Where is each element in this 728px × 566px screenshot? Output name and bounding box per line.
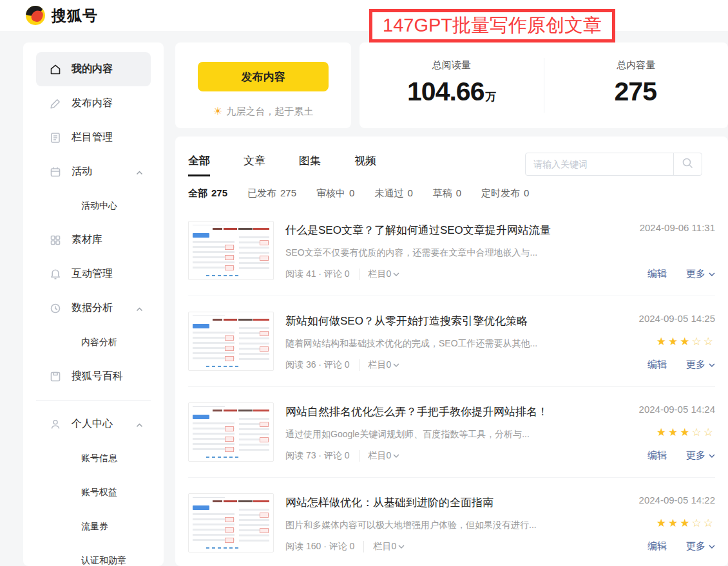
tab-all[interactable]: 全部 bbox=[188, 153, 210, 176]
quality-rating: ★★★☆☆ bbox=[656, 335, 715, 348]
article-list: 什么是SEO文章？了解如何通过SEO文章提升网站流量 SEO文章不仅要有优质的内… bbox=[188, 205, 715, 566]
tab-videos[interactable]: 视频 bbox=[354, 153, 376, 176]
sidebar-item-label: 栏目管理 bbox=[72, 131, 113, 144]
sidebar-item-content-analysis[interactable]: 内容分析 bbox=[23, 325, 164, 359]
home-icon bbox=[49, 63, 62, 76]
bell-icon bbox=[49, 268, 62, 281]
sidebar-item-my-content[interactable]: 我的内容 bbox=[36, 52, 151, 86]
edit-button[interactable]: 编辑 bbox=[647, 268, 667, 280]
edit-button[interactable]: 编辑 bbox=[647, 359, 667, 371]
article-actions: 编辑 更多 bbox=[647, 359, 715, 371]
more-button[interactable]: 更多 bbox=[686, 268, 715, 280]
more-button[interactable]: 更多 bbox=[686, 359, 715, 371]
sidebar-item-columns[interactable]: 栏目管理 bbox=[36, 120, 151, 155]
article-actions: 编辑 更多 bbox=[647, 540, 715, 552]
chevron-down-icon bbox=[393, 272, 399, 276]
tab-galleries[interactable]: 图集 bbox=[299, 153, 321, 176]
chevron-down-icon bbox=[398, 545, 405, 549]
column-label: 栏目0 bbox=[373, 541, 396, 552]
sidebar-item-personal-center[interactable]: 个人中心 bbox=[36, 407, 151, 441]
sidebar-divider bbox=[36, 400, 151, 401]
sidebar-item-label: 素材库 bbox=[72, 233, 102, 247]
motto-line: ☀九层之台，起于累土 bbox=[175, 105, 351, 118]
person-icon bbox=[49, 418, 62, 431]
sidebar-item-account-rights[interactable]: 账号权益 bbox=[23, 475, 164, 509]
more-button[interactable]: 更多 bbox=[686, 449, 715, 462]
article-description: 图片和多媒体内容可以极大地增强用户体验，但如果没有进行... bbox=[285, 520, 575, 531]
search-button[interactable] bbox=[673, 153, 702, 175]
status-filters: 全部275 已发布275 审核中0 未通过0 草稿0 定时发布0 bbox=[188, 187, 715, 200]
column-selector[interactable]: 栏目0 bbox=[359, 269, 400, 280]
column-label: 栏目0 bbox=[369, 450, 392, 462]
sidebar-item-interaction[interactable]: 互动管理 bbox=[36, 257, 151, 291]
stat-total-reads: 总阅读量 104.66万 bbox=[359, 42, 544, 128]
chevron-down-icon bbox=[709, 545, 715, 549]
article-meta: 阅读 73 · 评论 0 栏目0 bbox=[285, 450, 575, 462]
article-actions: 编辑 更多 bbox=[647, 268, 715, 280]
article-meta: 阅读 41 · 评论 0 栏目0 bbox=[285, 269, 575, 280]
sidebar-item-material-library[interactable]: 素材库 bbox=[36, 223, 151, 257]
sun-icon: ☀ bbox=[213, 106, 222, 117]
sohu-logo[interactable]: 搜狐号 bbox=[26, 6, 98, 26]
article-meta: 阅读 160 · 评论 0 栏目0 bbox=[285, 541, 575, 552]
article-title[interactable]: 网站自然排名优化怎么弄？手把手教你提升网站排名！ bbox=[285, 404, 575, 419]
article-info: 网站自然排名优化怎么弄？手把手教你提升网站排名！ 通过使用如Google关键词规… bbox=[285, 402, 575, 462]
publish-date: 2024-09-05 14:25 bbox=[639, 313, 715, 324]
read-comment-stats: 阅读 73 · 评论 0 bbox=[285, 450, 350, 462]
grid-icon bbox=[49, 234, 62, 247]
column-selector[interactable]: 栏目0 bbox=[359, 359, 400, 371]
article-info: 网站怎样做优化：从基础到进阶的全面指南 图片和多媒体内容可以极大地增强用户体验，… bbox=[285, 493, 575, 552]
filter-published[interactable]: 已发布275 bbox=[247, 187, 296, 200]
sidebar-item-label: 活动 bbox=[72, 165, 92, 178]
sidebar-item-baike[interactable]: 搜狐号百科 bbox=[36, 359, 151, 393]
filter-rejected[interactable]: 未通过0 bbox=[374, 187, 412, 200]
chevron-up-icon[interactable] bbox=[136, 303, 143, 314]
article-thumbnail[interactable] bbox=[188, 221, 274, 280]
article-title[interactable]: 什么是SEO文章？了解如何通过SEO文章提升网站流量 bbox=[285, 223, 575, 238]
article-thumbnail[interactable] bbox=[188, 312, 274, 371]
filter-all[interactable]: 全部275 bbox=[188, 187, 227, 200]
chevron-down-icon bbox=[709, 272, 715, 276]
article-title[interactable]: 新站如何做SEO？从零开始打造搜索引擎优化策略 bbox=[285, 314, 575, 328]
publish-content-button[interactable]: 发布内容 bbox=[198, 62, 329, 91]
content-tabs: 全部 文章 图集 视频 bbox=[188, 137, 715, 176]
search-input[interactable] bbox=[526, 153, 673, 175]
article-side: 2024-09-05 14:25 ★★★☆☆ 编辑 更多 bbox=[575, 312, 715, 371]
read-comment-stats: 阅读 160 · 评论 0 bbox=[285, 541, 354, 552]
article-side: 2024-09-05 14:22 ★★★☆☆ 编辑 更多 bbox=[575, 493, 715, 552]
more-button[interactable]: 更多 bbox=[686, 540, 715, 552]
chevron-down-icon bbox=[393, 454, 399, 458]
article-description: 通过使用如Google关键词规划师、百度指数等工具，分析与... bbox=[285, 429, 575, 440]
article-side: 2024-09-05 14:24 ★★★☆☆ 编辑 更多 bbox=[575, 402, 715, 462]
sidebar-item-activity-center[interactable]: 活动中心 bbox=[23, 189, 164, 223]
sidebar-item-analytics[interactable]: 数据分析 bbox=[36, 291, 151, 325]
sidebar-item-account-info[interactable]: 账号信息 bbox=[23, 441, 164, 475]
chevron-down-icon bbox=[709, 454, 715, 458]
annotation-banner: 147GPT批量写作原创文章 bbox=[369, 9, 615, 42]
article-title[interactable]: 网站怎样做优化：从基础到进阶的全面指南 bbox=[285, 495, 575, 510]
tab-articles[interactable]: 文章 bbox=[244, 153, 265, 176]
filter-drafts[interactable]: 草稿0 bbox=[433, 187, 461, 200]
edit-button[interactable]: 编辑 bbox=[647, 540, 667, 552]
article-thumbnail[interactable] bbox=[188, 493, 274, 552]
chevron-up-icon[interactable] bbox=[136, 166, 143, 178]
stat-value: 275 bbox=[544, 77, 728, 107]
content-card: 全部 文章 图集 视频 全部275 已发布275 审核中0 未通过0 草稿0 定… bbox=[175, 137, 728, 566]
article-thumbnail[interactable] bbox=[188, 402, 274, 462]
chevron-up-icon[interactable] bbox=[136, 419, 143, 430]
read-comment-stats: 阅读 41 · 评论 0 bbox=[285, 269, 350, 280]
sidebar-item-label: 发布内容 bbox=[72, 97, 113, 110]
sidebar-item-activities[interactable]: 活动 bbox=[36, 155, 151, 189]
sidebar-item-traffic-coupon[interactable]: 流量券 bbox=[23, 509, 164, 543]
sidebar-item-publish[interactable]: 发布内容 bbox=[36, 86, 151, 120]
column-selector[interactable]: 栏目0 bbox=[359, 450, 400, 462]
edit-button[interactable]: 编辑 bbox=[647, 449, 667, 462]
sidebar-item-certification[interactable]: 认证和勋章 bbox=[23, 543, 164, 566]
publish-date: 2024-09-05 14:22 bbox=[639, 495, 715, 505]
column-selector[interactable]: 栏目0 bbox=[363, 541, 405, 552]
filter-scheduled[interactable]: 定时发布0 bbox=[481, 187, 529, 200]
sidebar-item-label: 互动管理 bbox=[72, 267, 113, 281]
read-comment-stats: 阅读 36 · 评论 0 bbox=[285, 359, 350, 371]
filter-reviewing[interactable]: 审核中0 bbox=[316, 187, 354, 200]
stat-label: 总阅读量 bbox=[359, 59, 544, 71]
